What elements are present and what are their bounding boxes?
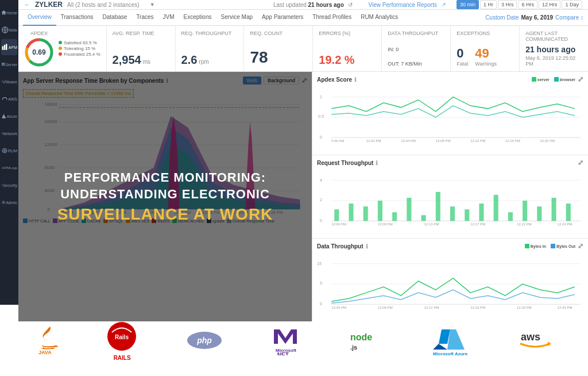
svg-text:12:13 PM: 12:13 PM xyxy=(424,222,439,226)
logo-azure: Microsoft Azure xyxy=(430,327,470,355)
tab-service-map[interactable]: Service Map xyxy=(216,10,258,26)
req-throughput-expand-icon[interactable]: ⤢ xyxy=(578,159,583,167)
tab-app-parameters[interactable]: App Parameters xyxy=(257,10,308,26)
refresh-icon[interactable]: ↺ xyxy=(348,2,353,8)
time-btn-12hrs[interactable]: 12 Hrs xyxy=(539,0,561,9)
sidebar-item-server[interactable]: Server xyxy=(1,56,17,72)
custom-date-label[interactable]: Custom Date xyxy=(485,14,519,21)
svg-text:0.5: 0.5 xyxy=(318,114,324,118)
apdex-info-icon: ℹ xyxy=(354,76,357,83)
svg-rect-77 xyxy=(494,195,498,221)
tab-exceptions[interactable]: Exceptions xyxy=(179,10,216,26)
req-count-value: 78 xyxy=(250,48,307,67)
logo-aws: aws xyxy=(518,328,552,354)
metric-errors: Errors (%) 19.2 % xyxy=(313,26,382,71)
svg-rect-67 xyxy=(349,204,353,221)
req-throughput-title: Req. Throughput xyxy=(181,30,238,36)
svg-point-7 xyxy=(4,64,5,65)
tab-overview[interactable]: Overview xyxy=(23,10,56,26)
svg-text:5:56 AM: 5:56 AM xyxy=(331,139,344,143)
custom-date-value: May 6, 2019 xyxy=(521,14,553,21)
nodejs-logo: node .js xyxy=(347,328,382,354)
sidebar-item-aws[interactable]: AWS xyxy=(1,91,17,107)
logo-rails: Rails RAILS xyxy=(106,321,138,361)
tab-transactions[interactable]: Transactions xyxy=(56,10,98,26)
req-throughput-info-icon: ℹ xyxy=(376,160,378,166)
svg-rect-2 xyxy=(4,45,5,50)
sidebar-item-vmware[interactable]: VMware xyxy=(1,74,17,90)
svg-rect-82 xyxy=(566,204,571,221)
azure-logo: Microsoft Azure xyxy=(430,327,470,355)
tab-database[interactable]: Database xyxy=(98,10,132,26)
apdex-server-legend: server xyxy=(532,77,550,82)
svg-text:12:20 PM: 12:20 PM xyxy=(540,139,555,143)
sidebar-item-apilogs[interactable]: APMLogs xyxy=(1,160,17,176)
svg-text:12:08 PM: 12:08 PM xyxy=(378,306,393,309)
apdex-browser-legend: browser xyxy=(554,77,575,82)
time-btn-30min[interactable]: 30 min xyxy=(457,0,479,9)
tab-traces[interactable]: Traces xyxy=(131,10,158,26)
avg-resp-unit: ms xyxy=(143,59,150,65)
sidebar-item-network[interactable]: Network xyxy=(1,125,17,141)
metrics-row: Apdex 0.69 Satisfied 63.5 % xyxy=(18,26,588,72)
svg-rect-76 xyxy=(479,204,483,221)
sidebar-item-azure[interactable]: Azure xyxy=(1,108,17,124)
apdex-expand-icon[interactable]: ⤢ xyxy=(578,75,583,83)
agent-sub-value: May 6, 2019 12:25:02 PM xyxy=(525,55,582,67)
data-expand-icon[interactable]: ⤢ xyxy=(578,242,583,250)
svg-point-16 xyxy=(3,202,5,204)
aws-logo: aws xyxy=(518,328,552,354)
time-btn-3hrs[interactable]: 3 Hrs xyxy=(498,0,517,9)
frustrated-dot xyxy=(59,52,62,56)
sidebar-item-web[interactable]: Web xyxy=(1,22,17,38)
sidebar-item-security[interactable]: Security xyxy=(1,177,17,193)
satisfied-dot xyxy=(59,41,62,44)
svg-rect-71 xyxy=(407,198,411,221)
tab-thread-profiles[interactable]: Thread Profiles xyxy=(308,10,356,26)
tab-jvm[interactable]: JVM xyxy=(158,10,179,26)
app-subtitle: All (2 hosts and 2 instances) xyxy=(67,2,140,8)
sidebar: Home Web APM Server VMware AWS xyxy=(0,0,18,305)
svg-text:12:12 PM: 12:12 PM xyxy=(424,306,439,309)
last-updated: Last updated 21 hours ago ↺ xyxy=(273,2,353,8)
metric-req-count: Req. Count 78 xyxy=(244,26,313,71)
svg-text:12:24 PM: 12:24 PM xyxy=(558,222,572,226)
data-throughput-in: IN: 0 xyxy=(388,47,444,52)
custom-date: Custom Date May 6, 2019 Compare ↕ xyxy=(485,14,583,21)
compare-button[interactable]: Compare ↕ xyxy=(555,14,583,21)
top-bar: ← ZYLKER All (2 hosts and 2 instances) ▼… xyxy=(18,0,588,10)
back-button[interactable]: ← xyxy=(24,1,30,8)
time-btn-1day[interactable]: 1 Day xyxy=(562,0,582,9)
data-throughput-title: Data Throughput xyxy=(388,30,444,36)
svg-text:2: 2 xyxy=(320,198,322,202)
external-link-icon: ↗ xyxy=(442,2,446,7)
time-btn-1hr[interactable]: 1 Hr xyxy=(480,0,497,9)
svg-rect-78 xyxy=(508,212,513,221)
svg-text:12:08 PM: 12:08 PM xyxy=(378,222,393,226)
bytes-in-legend: Bytes In xyxy=(525,244,546,248)
sidebar-item-admin[interactable]: Admin xyxy=(1,194,17,210)
avg-resp-value: 2,954 xyxy=(113,53,141,67)
sidebar-item-rum[interactable]: RUM xyxy=(1,143,17,159)
apdex-legend: Satisfied 63.5 % Tolerating 15 % Frustra… xyxy=(59,40,100,57)
svg-text:12:00 PM: 12:00 PM xyxy=(331,222,346,226)
svg-text:12:00 PM: 12:00 PM xyxy=(331,306,346,309)
metric-exceptions: Exceptions 0 Fatal 49 Warnings xyxy=(451,26,520,71)
dropdown-icon[interactable]: ▼ xyxy=(150,2,155,7)
svg-rect-81 xyxy=(552,198,556,221)
svg-rect-68 xyxy=(363,206,368,221)
svg-text:.NET: .NET xyxy=(276,352,289,355)
logo-java: JAVA xyxy=(36,327,59,355)
time-btn-6hrs[interactable]: 6 Hrs xyxy=(518,0,537,9)
svg-marker-113 xyxy=(433,344,447,350)
svg-text:node: node xyxy=(350,332,372,342)
tab-rum-analytics[interactable]: RUM Analytics xyxy=(356,10,403,26)
sidebar-item-home[interactable]: Home xyxy=(1,5,17,21)
exceptions-title: Exceptions xyxy=(457,30,513,36)
svg-rect-72 xyxy=(421,215,426,221)
svg-rect-80 xyxy=(537,206,541,221)
view-performance-reports[interactable]: View Performance Reports xyxy=(369,2,437,8)
req-throughput-value: 2.6 xyxy=(181,53,198,67)
sidebar-item-apm[interactable]: APM xyxy=(1,39,17,55)
metric-avg-resp-time: Avg. Resp. Time 2,954 ms xyxy=(107,26,176,71)
